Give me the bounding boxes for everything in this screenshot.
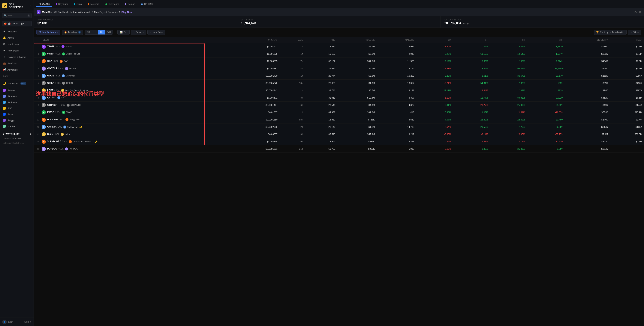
chain-item-solana[interactable]: ◎ Solana <box>0 87 34 93</box>
filters-label: Filters <box>633 31 639 33</box>
gainers-label: Gainers & Losers <box>8 56 26 58</box>
pill-24h[interactable]: 24H <box>105 30 113 34</box>
chain-item-arbitrum[interactable]: A Arbitrum <box>0 99 34 105</box>
liquidity-cell: $258K <box>566 72 610 80</box>
sidebar-item-portfolio[interactable]: 💼 Portfolio <box>0 60 34 66</box>
table-row[interactable]: 3 G GAY / SOL G GAY $0.0068357h65,162$34… <box>34 58 644 65</box>
banner-cta-btn[interactable]: Play Now <box>121 11 132 13</box>
more-btn[interactable]: more ▾ <box>0 74 34 78</box>
sidebar-item-alerts[interactable]: 🔔 Alerts <box>0 35 34 41</box>
signin-btn[interactable]: → Sign-in <box>22 321 31 323</box>
table-row[interactable]: 4 G GODZILA / SOL G Godzila $0.00378214h… <box>34 65 644 72</box>
filters-btn[interactable]: ≡ Filters <box>628 29 641 35</box>
age-cell: 6h <box>280 101 305 109</box>
h24-cell: 9,624% <box>527 58 565 65</box>
txns-cell: 28,142 <box>305 123 337 131</box>
tab-raydium[interactable]: Raydium <box>53 1 70 6</box>
h1-cell: 13.89% <box>453 65 490 72</box>
gainers-btn[interactable]: ↑ Gainers <box>131 29 146 35</box>
sidebar-item-new-pairs[interactable]: ✦ New Pairs <box>0 47 34 54</box>
chain-item-bsc[interactable]: B BSC <box>0 105 34 111</box>
m5-cell: 22.17% <box>416 87 453 94</box>
tab-fluxbeam[interactable]: FluxBeam <box>103 1 122 6</box>
tab-1intro[interactable]: 1INTRO <box>138 1 156 6</box>
makers-cell: 6,443 <box>376 138 416 145</box>
m5-cell: -11.83% <box>416 65 453 72</box>
row-number: 7 <box>36 89 40 92</box>
table-row[interactable]: 12 C Chester / SOL $ $CHESTER 🌙 $0.00020… <box>34 123 644 131</box>
gainers-icon: ↑ <box>134 31 135 33</box>
main-watchlist-btn[interactable]: ▾ Main Watchlist <box>0 137 34 141</box>
table-row[interactable]: 10 F FWOG / SOL F FWOG $0.016371d64,938$… <box>34 109 644 116</box>
liquidity-cell: $346K <box>566 65 610 72</box>
tab-dexlab[interactable]: Dexlab <box>122 1 138 6</box>
get-app-btn[interactable]: 🍎 🤖 Get the App! <box>2 21 32 26</box>
banner-close-btn[interactable]: ✕ <box>639 11 641 13</box>
h6-cell: 25.00% <box>490 101 527 109</box>
pair-icon: $ <box>64 125 66 128</box>
sidebar-item-watchlist[interactable]: ★ Watchlist <box>0 28 34 35</box>
makers-cell: 13,352 <box>376 80 416 87</box>
pill-6h[interactable]: 6H <box>98 30 105 34</box>
token-info: POPDOG / SOL P POPDOG <box>47 147 78 151</box>
token-name: $LANDLORD <box>47 140 61 143</box>
watchlist-add-btn[interactable]: + <box>30 133 31 135</box>
age-cell: 1h <box>280 43 305 50</box>
mcap-cell: $2.3M <box>610 138 644 145</box>
pill-1h[interactable]: 1H <box>92 30 98 34</box>
time-pill-group: 5M 1H 6H 24H <box>84 30 113 35</box>
pair-icon: P <box>65 147 68 150</box>
pair-name: Godzila <box>69 67 76 69</box>
table-row[interactable]: 7 L LGBT / SOL L Let's Get Beers Togethe… <box>34 87 644 94</box>
txns-cell: 31,961 <box>305 94 337 101</box>
th-makers: MAKERS <box>376 37 416 43</box>
time-range-btn[interactable]: ⏱ Last 24 hours ▾ <box>36 29 60 35</box>
chain-item-base[interactable]: B Base <box>0 111 34 117</box>
age-cell: 13h <box>280 80 305 87</box>
tab-all-dexes[interactable]: All DEXes <box>36 1 52 7</box>
table-row[interactable]: 13 N Neiro / SOL N Neiro $0.030373d63,51… <box>34 131 644 138</box>
th-1h: 1H <box>453 37 490 43</box>
tab-orca[interactable]: Orca <box>71 1 84 6</box>
table-row[interactable]: 6 O ORIEN / SOL O ORIEN $0.000524013h27,… <box>34 80 644 87</box>
watchlist-minus-btn[interactable]: − <box>28 133 29 135</box>
table-row[interactable]: 14 $ $LANDLORD / SOL L LANDLORD RONALD 🌙… <box>34 138 644 145</box>
banner-text: 5% Cashback, Instant Withdrawals & Max P… <box>54 11 120 13</box>
sidebar-item-gainers[interactable]: ↑ Gainers & Losers <box>0 54 34 60</box>
h1-cell: 12.77% <box>453 94 490 101</box>
table-row[interactable]: 9 S STRAIGHT / SOL S STRAIGHT $0.0001447… <box>34 101 644 109</box>
top-btn[interactable]: 📊 Top <box>118 29 130 35</box>
search-bar[interactable]: 🔍 Search / <box>2 13 32 18</box>
sidebar-item-multicharts[interactable]: ⊞ Multicharts <box>0 41 34 47</box>
pair-name: STRAIGHT <box>70 104 81 106</box>
tab-meteora[interactable]: Meteora <box>85 1 102 6</box>
rank-by-btn[interactable]: 🏆 Rank by: ↓ Trending 6H <box>594 29 626 35</box>
chain-item-polygon[interactable]: P Polygon <box>0 117 34 123</box>
liquidity-cell: $91K <box>566 80 610 87</box>
token-info: GOGE / SOL G Gay Doge <box>47 74 75 77</box>
search-kbd: / <box>28 14 30 17</box>
pill-5m[interactable]: 5M <box>85 30 92 34</box>
volume-label: 24H VOLUME: <box>38 18 233 21</box>
volume-cell: $3.6M <box>337 72 376 80</box>
sidebar-item-moonshot[interactable]: 🌙 Moonshot new! <box>0 80 34 86</box>
new-pairs-btn[interactable]: ✦ New Pairs <box>148 29 166 35</box>
table-row[interactable]: 1 Y YAWN / SOL Y YAWN $0.0014231h14,877$… <box>34 43 644 50</box>
table-row[interactable]: 2 O onigiri / SOL O Onigiri The Cat $0.0… <box>34 50 644 58</box>
table-row[interactable]: 5 G GOGE / SOL G Gay Doge $0.00014301h29… <box>34 72 644 80</box>
sidebar-collapse-btn[interactable]: ‹ <box>30 4 31 7</box>
chain-item-mantle[interactable]: M Mantle <box>0 123 34 129</box>
table-row[interactable]: 8 I IQ / SOL I IQ $0.0065713h31,961$19.6… <box>34 94 644 101</box>
sort-icon: ↓ <box>610 31 611 33</box>
trending-info-badge: i <box>78 31 81 33</box>
top-nav: All DEXes Raydium Orca Meteora FluxBeam … <box>34 0 644 8</box>
trending-btn[interactable]: 🔥 Trending i <box>62 29 83 35</box>
grid-icon: ⊞ <box>3 43 6 46</box>
trophy-icon: 🏆 <box>596 31 599 33</box>
chain-item-ethereum[interactable]: ⬡ Ethereum <box>0 93 34 99</box>
moon-badge: 🌙 <box>94 140 97 143</box>
table-row[interactable]: 11 H HOOCHIE / SOL S Sexyy Red $0.000135… <box>34 116 644 123</box>
arbitrum-label: Arbitrum <box>8 101 17 104</box>
table-row[interactable]: 15 P POPDOG / SOL P POPDOG $0.000559121d… <box>34 145 644 153</box>
sidebar-item-advertise[interactable]: 📢 Advertise <box>0 66 34 73</box>
